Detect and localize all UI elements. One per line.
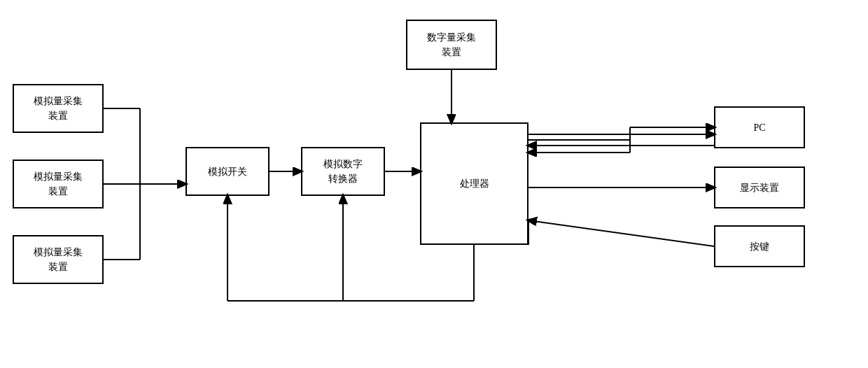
svg-line-23: [528, 220, 714, 246]
pc-label: PC: [753, 120, 765, 135]
analog3-box: 模拟量采集装置: [13, 235, 104, 284]
button-label: 按键: [750, 239, 769, 254]
button-box: 按键: [714, 225, 805, 267]
pc-box: PC: [714, 106, 805, 148]
analog2-label: 模拟量采集装置: [34, 169, 83, 199]
diagram: 模拟量采集装置 模拟量采集装置 模拟量采集装置 数字量采集装置 模拟开关 模拟数…: [0, 0, 868, 368]
digital-label: 数字量采集装置: [427, 30, 476, 59]
switch-box: 模拟开关: [186, 147, 270, 196]
adc-label: 模拟数字转换器: [323, 157, 363, 186]
processor-label: 处理器: [460, 176, 489, 191]
display-label: 显示装置: [740, 181, 779, 195]
analog1-box: 模拟量采集装置: [13, 84, 104, 133]
digital-box: 数字量采集装置: [406, 20, 497, 70]
display-box: 显示装置: [714, 167, 805, 208]
adc-box: 模拟数字转换器: [301, 147, 385, 196]
analog2-box: 模拟量采集装置: [13, 160, 104, 208]
analog1-label: 模拟量采集装置: [34, 94, 83, 123]
switch-label: 模拟开关: [208, 164, 247, 179]
analog3-label: 模拟量采集装置: [34, 245, 83, 274]
processor-box: 处理器: [420, 122, 528, 245]
